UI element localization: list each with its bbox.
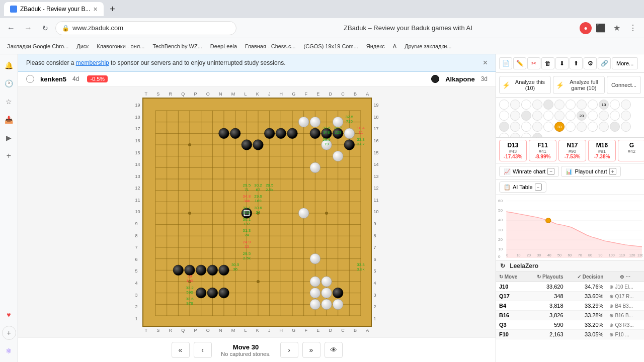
toolbar-link-button[interactable]: 🔗 <box>598 57 611 69</box>
sidebar-icon-history[interactable]: 🕐 <box>2 76 16 90</box>
forward-button[interactable]: → <box>21 21 35 35</box>
toolbar-edit-button[interactable]: ✏️ <box>513 57 526 69</box>
critical-move-item[interactable]: G#42 <box>618 140 644 161</box>
toolbar-new-button[interactable]: 📄 <box>499 57 512 69</box>
move-chip[interactable] <box>554 111 565 121</box>
move-chip[interactable] <box>599 122 609 132</box>
move-chip[interactable]: 30 <box>554 122 565 132</box>
move-chip[interactable] <box>510 111 520 121</box>
toolbar-settings-button[interactable]: ⚙ <box>584 57 597 69</box>
bookmark-item[interactable]: DeepLeela <box>207 42 240 50</box>
bookmark-item[interactable]: А <box>390 42 399 50</box>
analyze-this-button[interactable]: ⚡ Analyze this (10) <box>499 76 551 94</box>
move-chip[interactable] <box>554 100 565 110</box>
critical-move-item[interactable]: M16#91-7.38% <box>588 140 616 161</box>
extensions-icon[interactable]: ⬛ <box>594 21 608 35</box>
move-chip[interactable] <box>521 133 531 138</box>
move-chip[interactable] <box>543 111 553 121</box>
bookmark-item[interactable]: Диск <box>73 42 92 50</box>
ai-table-row[interactable]: Q17 348 33.60% ⊕Q17 R... <box>496 292 644 301</box>
move-chip[interactable] <box>521 122 531 132</box>
move-chip[interactable] <box>532 100 542 110</box>
connect-button[interactable]: Connect... <box>607 76 641 94</box>
menu-icon[interactable]: ⋮ <box>626 21 640 35</box>
move-chip[interactable] <box>499 100 509 110</box>
winrate-chart-tab[interactable]: 📈 Winrate chart − <box>499 166 559 177</box>
bookmark-item[interactable]: Главная - Chess.c... <box>242 42 299 50</box>
move-chip[interactable] <box>543 122 553 132</box>
move-chip[interactable] <box>621 111 631 121</box>
move-chip[interactable] <box>588 100 598 110</box>
move-chip[interactable] <box>532 122 542 132</box>
profile-icon[interactable]: ● <box>580 22 592 34</box>
prev-move-button[interactable]: ‹ <box>194 342 212 358</box>
banner-link[interactable]: membership <box>76 59 109 66</box>
move-chip[interactable] <box>566 100 576 110</box>
move-chip[interactable]: 10 <box>599 100 609 110</box>
sidebar-icon-play[interactable]: ▶ <box>2 131 16 145</box>
ai-table-row[interactable]: B16 3,826 33.28% ⊕B16 B... <box>496 311 644 320</box>
toolbar-delete-button[interactable]: 🗑 <box>541 57 554 69</box>
move-chip[interactable]: 40 <box>532 133 542 138</box>
toggle-view-button[interactable]: 👁 <box>325 342 343 358</box>
move-chip[interactable] <box>588 122 598 132</box>
bookmark-item[interactable]: Яндекс <box>363 42 388 50</box>
sidebar-icon-heart[interactable]: ♥ <box>2 308 16 322</box>
move-chip[interactable]: 20 <box>577 111 587 121</box>
ai-table-row[interactable]: Q3 590 33.20% ⊕Q3 R3... <box>496 320 644 330</box>
col-header-move[interactable]: ↻ Move <box>496 272 526 282</box>
sidebar-icon-atom[interactable]: ⚛ <box>2 344 16 358</box>
sidebar-icon-bell[interactable]: 🔔 <box>2 58 16 72</box>
move-chip[interactable] <box>510 100 520 110</box>
bookmark-item[interactable]: (CGOS) 19x19 Com... <box>301 42 361 50</box>
sidebar-icon-plus2[interactable]: + <box>2 326 16 340</box>
sidebar-icon-star[interactable]: ☆ <box>2 95 16 109</box>
bookmark-item[interactable]: Клавогонки - онл... <box>94 42 147 50</box>
move-chip[interactable] <box>610 111 620 121</box>
move-chip[interactable] <box>510 122 520 132</box>
address-bar[interactable]: 🔒 www.zbaduk.com <box>55 21 236 35</box>
bookmark-icon[interactable]: ★ <box>610 21 624 35</box>
playout-chart-tab[interactable]: 📊 Playout chart + <box>561 166 620 177</box>
toolbar-download-button[interactable]: ⬇ <box>555 57 569 69</box>
bookmark-item[interactable]: Закладки Google Chro... <box>4 42 71 50</box>
analyze-full-button[interactable]: ⚡ Analyze full game (10) <box>553 76 605 94</box>
ai-table-row[interactable]: B4 3,818 33.29% ⊕B4 B3... <box>496 301 644 311</box>
last-move-button[interactable]: » <box>302 342 320 358</box>
move-chip[interactable] <box>610 122 620 132</box>
new-tab-button[interactable]: + <box>106 2 120 16</box>
move-chip[interactable] <box>588 111 598 121</box>
move-chip[interactable] <box>499 111 509 121</box>
tab-close-icon[interactable]: × <box>93 5 97 13</box>
move-chip[interactable] <box>510 133 520 138</box>
toolbar-var-button[interactable]: ✂ <box>527 57 540 69</box>
banner-close-button[interactable]: × <box>483 58 488 67</box>
winrate-chart-minus[interactable]: − <box>547 168 554 175</box>
move-chip[interactable] <box>610 100 620 110</box>
move-chip[interactable] <box>577 100 587 110</box>
move-chip[interactable] <box>521 100 531 110</box>
bookmark-item[interactable]: TechBench by WZ... <box>149 42 205 50</box>
col-header-playouts[interactable]: ↻ Playouts <box>526 272 567 282</box>
first-move-button[interactable]: « <box>172 342 190 358</box>
ai-table-minus[interactable]: − <box>535 184 542 191</box>
toolbar-upload-button[interactable]: ⬆ <box>570 57 583 69</box>
move-chip[interactable] <box>577 122 587 132</box>
ai-table-tab[interactable]: 📋 AI Table − <box>499 182 546 193</box>
go-board[interactable]: /* grid lines drawn by JS */ 32.571528.7… <box>142 98 372 327</box>
playout-chart-plus[interactable]: + <box>609 168 616 175</box>
reload-button[interactable]: ↻ <box>38 21 52 35</box>
col-header-decision[interactable]: ✓ Decision <box>567 272 607 282</box>
move-chip[interactable] <box>499 122 509 132</box>
next-move-button[interactable]: › <box>280 342 298 358</box>
move-chip[interactable] <box>566 111 576 121</box>
critical-move-item[interactable]: D13#43-17.43% <box>499 140 527 161</box>
ai-table-row[interactable]: F10 2,163 33.05% ⊕F10 ... <box>496 330 644 339</box>
toolbar-more-button[interactable]: More... <box>612 57 638 69</box>
sidebar-icon-add[interactable]: + <box>2 149 16 163</box>
back-button[interactable]: ← <box>4 21 18 35</box>
move-chip[interactable] <box>566 122 576 132</box>
move-chip[interactable] <box>499 133 509 138</box>
bookmark-item[interactable]: Другие закладки... <box>401 42 454 50</box>
ai-table-row[interactable]: J10 33,620 34.76% ⊕J10 El... <box>496 282 644 292</box>
